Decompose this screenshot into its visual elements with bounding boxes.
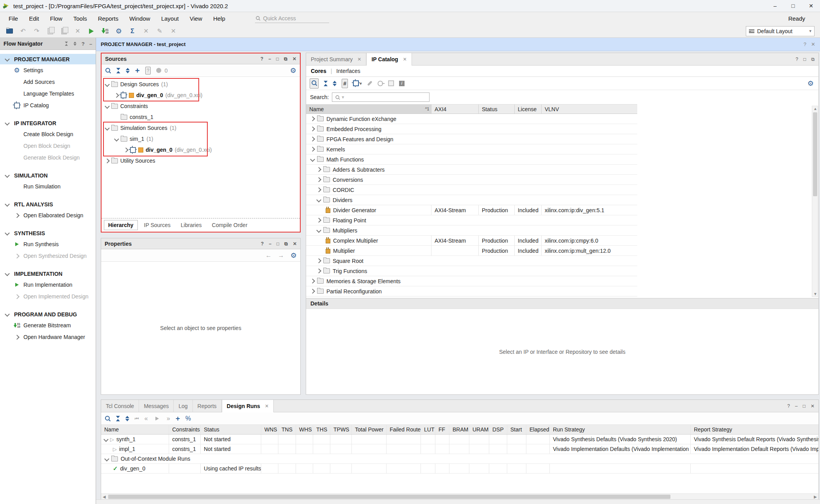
ip-row-multiplier[interactable]: Multiplier Production Included xilinx.co… [306,246,637,256]
float-panel-icon[interactable]: ⧉ [284,56,287,62]
properties-panel-header[interactable]: Properties ? – □ ⧉ ✕ [101,238,300,249]
col-uram[interactable]: URAM [469,425,489,434]
gear-icon[interactable]: ⚙ [808,80,814,87]
previous-run-icon[interactable]: « [144,415,148,422]
first-run-icon[interactable]: ⏮ [135,416,139,421]
menu-reports[interactable]: Reports [93,15,124,22]
flownav-item-open-block-design[interactable]: Open Block Design [0,140,96,152]
expand-all-icon[interactable] [333,81,337,86]
maximize-panel-icon[interactable]: □ [803,57,806,62]
redo-button[interactable]: ↷ [33,27,41,35]
col-status[interactable]: Status [201,425,261,434]
section-header-simulation[interactable]: SIMULATION [0,170,96,181]
run-row-div-gen-0[interactable]: ✓div_gen_0 Using cached IP results [101,464,818,474]
search-icon[interactable] [105,67,111,73]
maximize-panel-icon[interactable]: □ [276,241,279,247]
generate-bitstream-button[interactable]: 0110 [101,27,109,35]
percent-icon[interactable]: % [185,415,191,422]
ip-row-cordic[interactable]: CORDIC [306,185,637,195]
close-panel-icon[interactable]: ✕ [811,403,815,409]
taxonomy-filter-icon[interactable]: # [342,79,348,88]
gear-icon[interactable]: ⚙ [291,252,297,259]
col-lut[interactable]: LUT [421,425,435,434]
ip-row-dynamic-function-exchange[interactable]: Dynamic Function eXchange [306,114,637,124]
help-icon[interactable]: ? [795,57,798,62]
ip-row-embedded-processing[interactable]: Embedded Processing [306,124,637,134]
tab-log[interactable]: Log [174,400,193,412]
menu-help[interactable]: Help [208,15,231,22]
help-icon[interactable]: ? [261,241,264,247]
menu-flow[interactable]: Flow [45,15,68,22]
minimize-panel-icon[interactable]: – [89,41,92,47]
scroll-down-icon[interactable]: ▼ [813,292,817,296]
expand-all-icon[interactable] [125,416,129,421]
col-bram[interactable]: BRAM [449,425,469,434]
tab-reports[interactable]: Reports [193,400,222,412]
sources-panel-header[interactable]: Sources ? – □ ⧉ ✕ [102,53,300,64]
ip-info-icon[interactable]: i [399,81,405,86]
section-header-rtl-analysis[interactable]: RTL ANALYSIS [0,199,96,209]
section-header-implementation[interactable]: IMPLEMENTATION [0,268,96,279]
menu-window[interactable]: Window [124,15,155,22]
tab-design-runs[interactable]: Design Runs✕ [222,400,274,412]
column-header-axi4[interactable]: AXI4 [431,105,479,114]
run-icon[interactable] [153,414,161,423]
run-row-synth-1[interactable]: ▷synth_1 constrs_1 Not started Vivado Sy… [101,435,818,444]
tab-compile-order[interactable]: Compile Order [208,220,251,230]
tab-libraries[interactable]: Libraries [177,220,206,230]
license-key-icon[interactable] [378,81,383,86]
help-icon[interactable]: ? [787,403,790,409]
column-header-license[interactable]: License [515,105,542,114]
ip-row-adders-subtracters[interactable]: Adders & Subtracters [306,165,637,175]
quick-access-search[interactable]: Quick Access [255,14,329,23]
flownav-item-run-simulation[interactable]: Run Simulation [0,181,96,192]
minimize-panel-icon[interactable]: – [268,56,271,62]
ip-row-fpga-features[interactable]: FPGA Features and Design [306,134,637,144]
delete-button[interactable]: ✕ [74,27,82,35]
flownav-item-ip-catalog[interactable]: IP Catalog [0,99,96,111]
create-run-icon[interactable]: + [176,415,180,422]
report-summary-button[interactable]: Σ [128,27,136,35]
ip-row-partial-reconfiguration[interactable]: Partial Reconfiguration [306,286,637,296]
close-tab-icon[interactable]: ✕ [403,57,407,62]
settings-gear-button[interactable]: ⚙ [115,27,123,35]
col-run-strategy[interactable]: Run Strategy [550,425,691,434]
window-close-button[interactable]: ✕ [802,0,820,12]
messages-filter[interactable]: 0 [156,67,168,74]
collapse-all-icon[interactable] [116,416,120,421]
flownav-item-generate-bitstream[interactable]: 0110Generate Bitstream [0,319,96,331]
float-panel-icon[interactable]: ⧉ [284,241,288,247]
help-icon[interactable]: ? [82,41,85,47]
scrollbar-thumb[interactable] [108,495,670,499]
tree-row-sim-1[interactable]: sim_1(1) [102,133,300,144]
collapse-all-icon[interactable] [65,42,68,46]
col-total-power[interactable]: Total Power [352,425,387,434]
minimize-panel-icon[interactable]: – [795,403,798,409]
menu-tools[interactable]: Tools [68,15,93,22]
window-maximize-button[interactable]: □ [784,0,802,12]
ip-row-multipliers[interactable]: Multipliers [306,225,637,236]
menu-file[interactable]: File [3,15,23,22]
col-wns[interactable]: WNS [261,425,278,434]
layout-selector[interactable]: Default Layout ▾ [746,26,815,36]
menu-view[interactable]: View [184,15,208,22]
flownav-item-language-templates[interactable]: Language Templates [0,88,96,99]
collapse-all-icon[interactable] [324,81,328,86]
edit-properties-icon[interactable]: ? [145,67,151,75]
column-header-vlnv[interactable]: VLNV [542,105,637,114]
tab-messages[interactable]: Messages [139,400,174,412]
gear-icon[interactable]: ⚙ [290,67,296,74]
flownav-item-run-synthesis[interactable]: Run Synthesis [0,238,96,250]
tree-row-div-gen-0-sim[interactable]: div_gen_0(div_gen_0.xci) [102,144,300,155]
section-header-project-manager[interactable]: PROJECT MANAGER [0,54,96,64]
forward-arrow-icon[interactable]: → [278,252,284,259]
col-constraints[interactable]: Constraints [169,425,201,434]
column-header-name[interactable]: Name^1 [306,105,431,114]
next-run-icon[interactable]: » [167,415,170,422]
help-icon[interactable]: ? [804,41,806,47]
close-tab-icon[interactable]: ✕ [265,403,269,409]
flownav-item-settings[interactable]: ⚙Settings [0,64,96,76]
search-icon[interactable] [105,415,111,421]
copy-button[interactable] [46,27,54,35]
section-header-synthesis[interactable]: SYNTHESIS [0,228,96,238]
